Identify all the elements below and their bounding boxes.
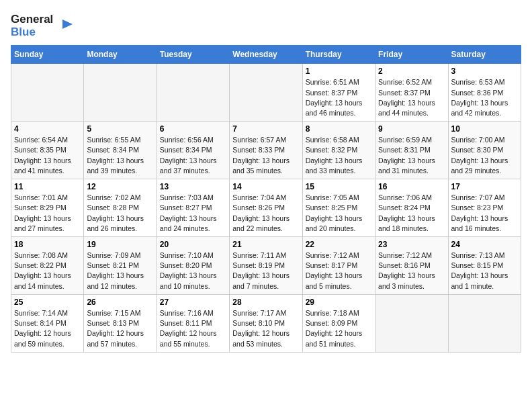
- day-info: Sunrise: 7:16 AM Sunset: 8:11 PM Dayligh…: [160, 308, 226, 349]
- calendar-cell: 18Sunrise: 7:08 AM Sunset: 8:22 PM Dayli…: [11, 237, 84, 295]
- day-info: Sunrise: 6:59 AM Sunset: 8:31 PM Dayligh…: [378, 135, 445, 176]
- calendar-cell: [157, 64, 229, 122]
- calendar-cell: 12Sunrise: 7:02 AM Sunset: 8:28 PM Dayli…: [84, 179, 157, 237]
- day-number: 11: [14, 182, 81, 191]
- calendar-cell: 29Sunrise: 7:18 AM Sunset: 8:09 PM Dayli…: [302, 294, 375, 352]
- day-info: Sunrise: 6:51 AM Sunset: 8:37 PM Dayligh…: [306, 77, 372, 118]
- day-info: Sunrise: 7:15 AM Sunset: 8:13 PM Dayligh…: [87, 308, 153, 349]
- day-number: 8: [306, 124, 372, 134]
- day-number: 23: [378, 240, 445, 249]
- day-number: 16: [378, 182, 445, 191]
- day-number: 27: [160, 298, 226, 307]
- calendar-cell: 4Sunrise: 6:54 AM Sunset: 8:35 PM Daylig…: [11, 122, 84, 179]
- day-info: Sunrise: 7:02 AM Sunset: 8:28 PM Dayligh…: [87, 193, 153, 234]
- day-info: Sunrise: 7:12 AM Sunset: 8:17 PM Dayligh…: [306, 250, 372, 291]
- day-info: Sunrise: 7:04 AM Sunset: 8:26 PM Dayligh…: [232, 193, 299, 234]
- day-info: Sunrise: 6:55 AM Sunset: 8:34 PM Dayligh…: [87, 135, 153, 176]
- calendar-cell: 10Sunrise: 7:00 AM Sunset: 8:30 PM Dayli…: [448, 122, 521, 179]
- day-number: 25: [14, 298, 81, 307]
- day-number: 22: [306, 240, 372, 249]
- day-info: Sunrise: 7:00 AM Sunset: 8:30 PM Dayligh…: [451, 135, 518, 176]
- calendar-cell: 5Sunrise: 6:55 AM Sunset: 8:34 PM Daylig…: [84, 122, 157, 179]
- day-number: 20: [160, 240, 226, 249]
- col-header-thursday: Thursday: [302, 46, 375, 64]
- calendar-cell: [11, 64, 84, 122]
- calendar-cell: 23Sunrise: 7:12 AM Sunset: 8:16 PM Dayli…: [375, 237, 448, 295]
- day-info: Sunrise: 7:17 AM Sunset: 8:10 PM Dayligh…: [232, 308, 299, 349]
- day-info: Sunrise: 6:54 AM Sunset: 8:35 PM Dayligh…: [14, 135, 81, 176]
- col-header-tuesday: Tuesday: [157, 46, 229, 64]
- day-number: 28: [232, 298, 299, 307]
- calendar-cell: 15Sunrise: 7:05 AM Sunset: 8:25 PM Dayli…: [302, 179, 375, 237]
- day-number: 17: [451, 182, 518, 191]
- calendar-cell: 20Sunrise: 7:10 AM Sunset: 8:20 PM Dayli…: [157, 237, 229, 295]
- calendar-cell: 1Sunrise: 6:51 AM Sunset: 8:37 PM Daylig…: [302, 64, 375, 122]
- calendar-cell: 24Sunrise: 7:13 AM Sunset: 8:15 PM Dayli…: [448, 237, 521, 295]
- day-info: Sunrise: 6:58 AM Sunset: 8:32 PM Dayligh…: [306, 135, 372, 176]
- day-number: 24: [451, 240, 518, 249]
- col-header-friday: Friday: [375, 46, 448, 64]
- col-header-wednesday: Wednesday: [230, 46, 302, 64]
- calendar-cell: 16Sunrise: 7:06 AM Sunset: 8:24 PM Dayli…: [375, 179, 448, 237]
- header: General Blue: [11, 11, 521, 38]
- day-number: 26: [87, 298, 153, 307]
- calendar-cell: 11Sunrise: 7:01 AM Sunset: 8:29 PM Dayli…: [11, 179, 84, 237]
- day-info: Sunrise: 6:52 AM Sunset: 8:37 PM Dayligh…: [378, 77, 445, 118]
- day-number: 12: [87, 182, 153, 191]
- calendar-week-row: 4Sunrise: 6:54 AM Sunset: 8:35 PM Daylig…: [11, 122, 521, 179]
- calendar-week-row: 1Sunrise: 6:51 AM Sunset: 8:37 PM Daylig…: [11, 64, 521, 122]
- day-info: Sunrise: 7:06 AM Sunset: 8:24 PM Dayligh…: [378, 193, 445, 234]
- calendar-week-row: 25Sunrise: 7:14 AM Sunset: 8:14 PM Dayli…: [11, 294, 521, 352]
- calendar-week-row: 18Sunrise: 7:08 AM Sunset: 8:22 PM Dayli…: [11, 237, 521, 295]
- day-info: Sunrise: 7:14 AM Sunset: 8:14 PM Dayligh…: [14, 308, 81, 349]
- day-info: Sunrise: 7:05 AM Sunset: 8:25 PM Dayligh…: [306, 193, 372, 234]
- day-number: 3: [451, 66, 518, 76]
- day-number: 18: [14, 240, 81, 249]
- day-number: 7: [232, 124, 299, 134]
- calendar-cell: 3Sunrise: 6:53 AM Sunset: 8:36 PM Daylig…: [448, 64, 521, 122]
- calendar-table: SundayMondayTuesdayWednesdayThursdayFrid…: [11, 45, 521, 352]
- day-info: Sunrise: 6:57 AM Sunset: 8:33 PM Dayligh…: [232, 135, 299, 176]
- logo-text: General Blue: [11, 13, 53, 38]
- calendar-cell: 8Sunrise: 6:58 AM Sunset: 8:32 PM Daylig…: [302, 122, 375, 179]
- calendar-cell: 2Sunrise: 6:52 AM Sunset: 8:37 PM Daylig…: [375, 64, 448, 122]
- logo: General Blue: [11, 13, 76, 38]
- calendar-cell: 25Sunrise: 7:14 AM Sunset: 8:14 PM Dayli…: [11, 294, 84, 352]
- calendar-cell: 13Sunrise: 7:03 AM Sunset: 8:27 PM Dayli…: [157, 179, 229, 237]
- day-info: Sunrise: 7:08 AM Sunset: 8:22 PM Dayligh…: [14, 250, 81, 291]
- day-info: Sunrise: 7:18 AM Sunset: 8:09 PM Dayligh…: [306, 308, 372, 349]
- calendar-cell: 17Sunrise: 7:07 AM Sunset: 8:23 PM Dayli…: [448, 179, 521, 237]
- day-number: 15: [306, 182, 372, 191]
- calendar-cell: [230, 64, 302, 122]
- calendar-cell: [84, 64, 157, 122]
- calendar-cell: [375, 294, 448, 352]
- calendar-cell: 9Sunrise: 6:59 AM Sunset: 8:31 PM Daylig…: [375, 122, 448, 179]
- day-info: Sunrise: 6:53 AM Sunset: 8:36 PM Dayligh…: [451, 77, 518, 118]
- calendar-cell: 22Sunrise: 7:12 AM Sunset: 8:17 PM Dayli…: [302, 237, 375, 295]
- col-header-saturday: Saturday: [448, 46, 521, 64]
- day-info: Sunrise: 7:01 AM Sunset: 8:29 PM Dayligh…: [14, 193, 81, 234]
- day-number: 19: [87, 240, 153, 249]
- logo-icon: [56, 16, 76, 36]
- calendar-cell: 14Sunrise: 7:04 AM Sunset: 8:26 PM Dayli…: [230, 179, 302, 237]
- day-number: 5: [87, 124, 153, 134]
- col-header-monday: Monday: [84, 46, 157, 64]
- day-number: 1: [306, 66, 372, 76]
- day-info: Sunrise: 7:10 AM Sunset: 8:20 PM Dayligh…: [160, 250, 226, 291]
- day-info: Sunrise: 7:13 AM Sunset: 8:15 PM Dayligh…: [451, 250, 518, 291]
- day-info: Sunrise: 7:11 AM Sunset: 8:19 PM Dayligh…: [232, 250, 299, 291]
- calendar-header-row: SundayMondayTuesdayWednesdayThursdayFrid…: [11, 46, 521, 64]
- day-number: 21: [232, 240, 299, 249]
- col-header-sunday: Sunday: [11, 46, 84, 64]
- day-number: 9: [378, 124, 445, 134]
- calendar-cell: 28Sunrise: 7:17 AM Sunset: 8:10 PM Dayli…: [230, 294, 302, 352]
- day-info: Sunrise: 6:56 AM Sunset: 8:34 PM Dayligh…: [160, 135, 226, 176]
- day-info: Sunrise: 7:09 AM Sunset: 8:21 PM Dayligh…: [87, 250, 153, 291]
- day-number: 6: [160, 124, 226, 134]
- day-number: 13: [160, 182, 226, 191]
- calendar-cell: 21Sunrise: 7:11 AM Sunset: 8:19 PM Dayli…: [230, 237, 302, 295]
- calendar-cell: 6Sunrise: 6:56 AM Sunset: 8:34 PM Daylig…: [157, 122, 229, 179]
- day-number: 10: [451, 124, 518, 134]
- day-number: 4: [14, 124, 81, 134]
- day-number: 2: [378, 66, 445, 76]
